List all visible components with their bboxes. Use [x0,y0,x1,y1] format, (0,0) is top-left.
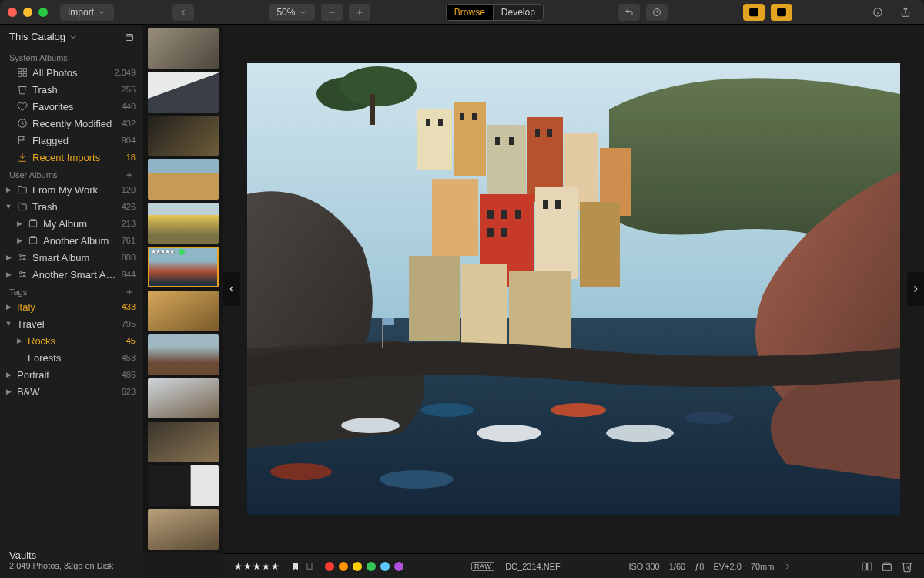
sidebar-left-icon [748,7,759,18]
tag-item-rocks[interactable]: ▶Rocks45 [0,332,143,349]
filmstrip-thumb[interactable] [148,465,219,506]
svg-rect-4 [749,8,758,15]
clock-icon [652,8,661,17]
disclosure-triangle[interactable]: ▼ [5,203,12,210]
sidebar-item-another-album[interactable]: ▶Another Album761 [0,232,143,249]
tag-item-travel[interactable]: ▼Travel795 [0,315,143,332]
filmstrip-thumb[interactable] [148,28,219,69]
mode-browse-button[interactable]: Browse [447,5,493,20]
svg-point-58 [380,470,454,489]
mode-develop-button[interactable]: Develop [493,5,543,20]
catalog-dropdown[interactable]: This Catalog [0,25,143,49]
chevron-right-icon[interactable] [783,562,792,571]
sidebar-item-label: Flagged [32,135,69,146]
sidebar-item-another-smart-a-[interactable]: ▶Another Smart A…944 [0,266,143,283]
filmstrip-thumb[interactable] [148,334,219,375]
close-window-button[interactable] [8,8,17,17]
svg-rect-40 [495,137,500,145]
tag-item-b-w[interactable]: ▶B&W623 [0,383,143,400]
disclosure-triangle[interactable]: ▶ [15,337,23,344]
import-button[interactable]: Import [60,4,114,21]
plus-icon [355,8,364,17]
main-image[interactable] [247,63,900,515]
sidebar-item-recent-imports[interactable]: Recent Imports18 [0,149,143,166]
system-albums-list: All Photos2,049Trash255Favorites440Recen… [0,64,143,166]
flag-rejected-icon[interactable] [305,561,314,572]
sidebar-item-all-photos[interactable]: All Photos2,049 [0,64,143,81]
color-label-dot[interactable] [380,562,390,571]
sidebar-item-smart-album[interactable]: ▶Smart Album808 [0,249,143,266]
tag-item-italy[interactable]: ▶Italy433 [0,298,143,315]
filmstrip: ★★★★★ [143,25,223,553]
disclosure-triangle[interactable]: ▶ [15,237,23,244]
filmstrip-thumb[interactable] [148,116,219,156]
color-label-dot[interactable] [339,562,348,571]
compare-icon[interactable] [861,560,873,573]
svg-rect-61 [862,563,866,570]
view-filmstrip-button[interactable] [771,4,792,21]
zoom-in-button[interactable] [349,4,370,21]
filmstrip-thumb[interactable] [148,203,219,244]
back-button[interactable] [172,4,194,21]
filmstrip-thumb[interactable] [148,422,219,462]
rating-stars[interactable]: ★★★★★ [234,561,280,572]
color-label-dot[interactable] [394,562,403,571]
tag-item-forests[interactable]: Forests453 [0,349,143,366]
color-label-dot[interactable] [367,562,376,571]
stack-icon[interactable] [881,560,893,573]
next-photo-button[interactable] [907,272,924,306]
disclosure-triangle[interactable]: ▶ [5,186,12,193]
filmstrip-thumb[interactable] [148,159,219,200]
sidebar-item-trash[interactable]: ▼Trash426 [0,198,143,215]
smart-icon [17,269,28,280]
color-label-dot[interactable] [325,562,334,571]
disclosure-triangle[interactable]: ▶ [5,271,12,278]
sidebar-item-flagged[interactable]: Flagged904 [0,132,143,149]
svg-point-55 [606,425,674,442]
svg-rect-43 [547,129,552,137]
color-label-dot[interactable] [353,562,362,571]
preview-area [223,25,924,553]
filmstrip-thumb[interactable] [148,509,219,550]
share-button[interactable] [895,4,916,21]
window-controls [8,8,48,17]
sidebar-item-favorites[interactable]: Favorites440 [0,98,143,115]
trash-icon[interactable] [901,560,913,573]
zoom-window-button[interactable] [38,8,48,17]
plus-icon[interactable] [125,287,134,297]
sidebar-item-from-my-work[interactable]: ▶From My Work120 [0,181,143,198]
sidebar-item-count: 944 [122,270,136,279]
calendar-icon[interactable] [125,32,134,42]
sidebar-item-trash[interactable]: Trash255 [0,81,143,98]
filmstrip-thumb[interactable] [148,72,219,113]
filmstrip-thumb[interactable] [148,378,219,419]
svg-point-52 [421,403,474,417]
flag-picked-icon[interactable] [291,561,300,572]
filmstrip-thumb[interactable] [148,291,219,331]
top-toolbar: Import 50% Browse Develop [0,0,924,25]
sidebar-item-recently-modified[interactable]: Recently Modified432 [0,115,143,132]
disclosure-triangle[interactable]: ▶ [5,303,12,311]
previous-photo-button[interactable] [223,272,240,306]
info-button[interactable] [867,4,889,21]
chevron-left-icon [179,8,188,17]
svg-rect-60 [383,318,394,325]
history-button[interactable] [646,4,668,21]
plus-icon[interactable] [125,170,134,180]
disclosure-triangle[interactable]: ▶ [5,371,12,378]
sidebar-item-count: 432 [122,119,136,128]
disclosure-triangle[interactable]: ▼ [5,320,12,328]
zoom-out-button[interactable] [321,4,343,21]
zoom-dropdown[interactable]: 50% [269,4,315,21]
filmstrip-thumb[interactable]: ★★★★★ [148,247,219,287]
vaults-label: Vaults [9,549,134,561]
disclosure-triangle[interactable]: ▶ [5,254,12,261]
sidebar-item-my-album[interactable]: ▶My Album213 [0,215,143,232]
minimize-window-button[interactable] [23,8,32,17]
view-sidebar-button[interactable] [743,4,765,21]
tag-item-portrait[interactable]: ▶Portrait486 [0,366,143,383]
chevron-left-icon [226,284,237,294]
undo-button[interactable] [618,4,640,21]
disclosure-triangle[interactable]: ▶ [15,220,23,227]
disclosure-triangle[interactable]: ▶ [5,388,12,395]
